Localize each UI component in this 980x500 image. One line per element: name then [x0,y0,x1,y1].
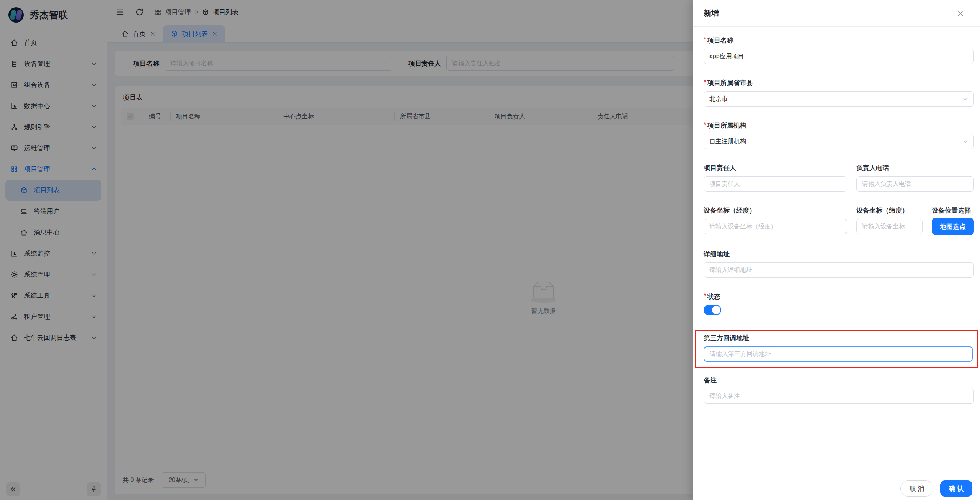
field-org: 项目所属机构 自主注册机构 [704,121,974,149]
drawer-header: 新增 [693,0,980,27]
close-icon[interactable] [956,9,965,18]
address-input[interactable] [704,262,974,278]
longitude-input[interactable] [704,219,847,234]
status-toggle[interactable] [704,305,721,315]
highlight-annotation: 第三方回调地址 [695,330,978,368]
field-label: 设备坐标（纬度） [856,206,923,215]
field-row-coords: 设备坐标（经度） 设备坐标（纬度） 设备位置选择 地图选点 [704,206,974,235]
phone-input[interactable] [856,176,974,192]
field-label: 负责人电话 [856,164,974,172]
field-region: 项目所属省市县 北京市 [704,79,974,107]
drawer-footer: 取 消 确 认 [693,477,980,500]
region-select[interactable]: 北京市 [704,91,974,107]
chevron-down-icon [962,96,968,102]
field-latitude: 设备坐标（纬度） [856,206,923,235]
field-owner: 项目责任人 [704,164,847,192]
field-label: 设备坐标（经度） [704,206,847,215]
field-label: 项目所属省市县 [704,79,974,87]
add-project-drawer: 新增 项目名称 项目所属省市县 北京市 项目所属机构 自主注册机构 [693,0,980,500]
toggle-knob [712,306,720,314]
project-name-input[interactable] [704,49,974,64]
owner-input[interactable] [704,176,847,192]
field-map-picker: 设备位置选择 地图选点 [932,206,974,235]
field-row-owner-phone: 项目责任人 负责人电话 [704,164,974,192]
callback-url-input[interactable] [704,346,973,362]
field-label: 第三方回调地址 [704,334,973,343]
field-label: 项目责任人 [704,164,847,172]
field-label: 状态 [704,292,974,301]
field-label: 备注 [704,376,974,385]
field-label: 项目所属机构 [704,121,974,130]
remark-input[interactable] [704,389,974,404]
drawer-title: 新增 [704,8,719,18]
app-screen: 秀杰智联 首页 设备管理 组合设备 [0,0,980,500]
field-address: 详细地址 [704,250,974,278]
field-remark: 备注 [704,376,974,404]
field-label: 项目名称 [704,36,974,45]
field-project-name: 项目名称 [704,36,974,64]
drawer-body: 项目名称 项目所属省市县 北京市 项目所属机构 自主注册机构 项目 [693,27,980,477]
chevron-down-icon [962,139,968,144]
field-longitude: 设备坐标（经度） [704,206,847,235]
cancel-button[interactable]: 取 消 [900,480,933,497]
field-callback-url: 第三方回调地址 [704,334,973,362]
latitude-input[interactable] [856,219,923,234]
map-pick-button[interactable]: 地图选点 [932,218,974,235]
field-label: 设备位置选择 [932,206,974,215]
field-phone: 负责人电话 [856,164,974,192]
confirm-button[interactable]: 确 认 [940,480,972,497]
field-label: 详细地址 [704,250,974,259]
field-status: 状态 [704,292,974,315]
org-select[interactable]: 自主注册机构 [704,134,974,149]
